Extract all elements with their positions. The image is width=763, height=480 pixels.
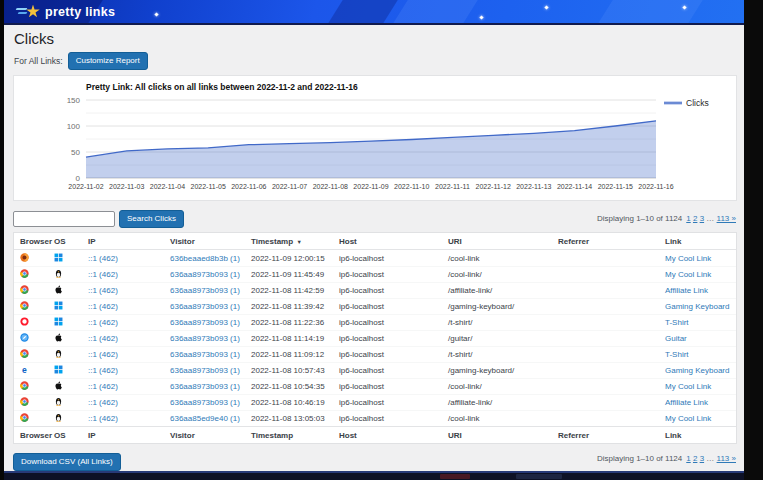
chrome-icon (20, 397, 29, 406)
column-header-link[interactable]: Link (665, 431, 736, 440)
host-cell: ip6-localhost (339, 254, 448, 263)
page-link-3[interactable]: 3 (700, 454, 704, 463)
table-row: ::1 (462)636aa8973b093 (1)2022-11-08 11:… (14, 346, 736, 362)
pretty-link[interactable]: Guitar (665, 334, 736, 343)
linux-cell (54, 349, 88, 360)
column-header-host[interactable]: Host (339, 431, 448, 440)
pretty-link[interactable]: My Cool Link (665, 254, 736, 263)
svg-text:2022-11-10: 2022-11-10 (394, 183, 429, 190)
column-header-referrer[interactable]: Referrer (558, 237, 665, 246)
download-row: Download CSV (All Links) (13, 450, 121, 471)
column-header-os[interactable]: OS (54, 237, 88, 246)
visitor-link[interactable]: 636aa8973b093 (1) (170, 350, 251, 359)
pagination-top: Displaying 1–10 of 1124 1 2 3 … 113 » (597, 214, 736, 223)
visitor-link[interactable]: 636aa8973b093 (1) (170, 318, 251, 327)
search-clicks-button[interactable]: Search Clicks (119, 210, 184, 228)
visitor-link[interactable]: 636aa8973b093 (1) (170, 382, 251, 391)
visitor-link[interactable]: 636aa8973b093 (1) (170, 398, 251, 407)
last-page-link[interactable]: 113 » (717, 214, 736, 223)
visitor-link[interactable]: 636aa8973b093 (1) (170, 366, 251, 375)
brand-name: pretty links (45, 5, 115, 19)
column-header-uri[interactable]: URI (448, 237, 558, 246)
ip-link[interactable]: ::1 (462) (88, 350, 170, 359)
column-header-timestamp[interactable]: Timestamp ▼ (251, 237, 339, 246)
visitor-link[interactable]: 636aa8973b093 (1) (170, 334, 251, 343)
ip-link[interactable]: ::1 (462) (88, 318, 170, 327)
pretty-links-logo[interactable]: pretty links (16, 3, 115, 20)
column-header-referrer[interactable]: Referrer (558, 431, 665, 440)
page-link-1[interactable]: 1 (686, 454, 690, 463)
windows-cell (54, 317, 88, 328)
timestamp-cell: 2022-11-08 10:46:19 (251, 398, 339, 407)
table-footer-row: BrowserOSIPVisitorTimestampHostURIReferr… (14, 426, 736, 443)
shooting-star-icon (16, 4, 40, 20)
pretty-links-admin-page: pretty links Clicks For All Links: Custo… (4, 0, 744, 480)
search-input[interactable] (13, 211, 115, 227)
apple-icon (54, 381, 63, 390)
table-header-row: BrowserOSIPVisitorTimestamp ▼HostURIRefe… (14, 233, 736, 250)
ip-link[interactable]: ::1 (462) (88, 270, 170, 279)
column-header-ip[interactable]: IP (88, 237, 170, 246)
timestamp-cell: 2022-11-08 10:57:43 (251, 366, 339, 375)
ip-link[interactable]: ::1 (462) (88, 414, 170, 423)
page-link-2[interactable]: 2 (693, 214, 697, 223)
pretty-link[interactable]: Gaming Keyboard (665, 302, 736, 311)
column-header-visitor[interactable]: Visitor (170, 237, 251, 246)
apple-cell (54, 333, 88, 344)
timestamp-cell: 2022-11-08 11:39:42 (251, 302, 339, 311)
ip-link[interactable]: ::1 (462) (88, 302, 170, 311)
ip-link[interactable]: ::1 (462) (88, 334, 170, 343)
visitor-link[interactable]: 636aa8973b093 (1) (170, 302, 251, 311)
column-header-uri[interactable]: URI (448, 431, 558, 440)
download-csv-button[interactable]: Download CSV (All Links) (13, 453, 121, 471)
pretty-link[interactable]: My Cool Link (665, 382, 736, 391)
visitor-link[interactable]: 636aa8973b093 (1) (170, 270, 251, 279)
svg-text:Clicks: Clicks (686, 98, 709, 108)
pretty-link[interactable]: T-Shirt (665, 350, 736, 359)
column-header-browser[interactable]: Browser (20, 431, 54, 440)
ip-link[interactable]: ::1 (462) (88, 366, 170, 375)
linux-cell (54, 397, 88, 408)
sparkle-icon (479, 15, 483, 19)
visitor-link[interactable]: 636aa8973b093 (1) (170, 286, 251, 295)
column-header-timestamp[interactable]: Timestamp (251, 431, 339, 440)
column-header-link[interactable]: Link (665, 237, 736, 246)
svg-text:2022-11-07: 2022-11-07 (272, 183, 307, 190)
bottom-bar-highlight (4, 471, 744, 473)
windows-icon (54, 365, 63, 374)
pretty-link[interactable]: My Cool Link (665, 414, 736, 423)
visitor-link[interactable]: 636beaaed8b3b (1) (170, 254, 251, 263)
page-link-2[interactable]: 2 (693, 454, 697, 463)
windows-cell (54, 253, 88, 264)
customize-report-button[interactable]: Customize Report (68, 52, 148, 70)
uri-cell: /cool-link (448, 414, 558, 423)
ip-link[interactable]: ::1 (462) (88, 286, 170, 295)
ip-link[interactable]: ::1 (462) (88, 382, 170, 391)
table-row: ::1 (462)636aa8973b093 (1)2022-11-08 11:… (14, 298, 736, 314)
page-link-3[interactable]: 3 (700, 214, 704, 223)
host-cell: ip6-localhost (339, 382, 448, 391)
column-header-os[interactable]: OS (54, 431, 88, 440)
chrome-icon (20, 413, 29, 422)
ip-link[interactable]: ::1 (462) (88, 398, 170, 407)
header-stripe (592, 0, 707, 23)
uri-cell: /t-shirt/ (448, 318, 558, 327)
column-header-visitor[interactable]: Visitor (170, 431, 251, 440)
visitor-link[interactable]: 636aa85ed9e40 (1) (170, 414, 251, 423)
header-stripe (322, 0, 402, 23)
column-header-host[interactable]: Host (339, 237, 448, 246)
table-row: ::1 (462)636aa8973b093 (1)2022-11-09 11:… (14, 266, 736, 282)
timestamp-cell: 2022-11-08 10:54:35 (251, 382, 339, 391)
page-link-1[interactable]: 1 (686, 214, 690, 223)
pretty-link[interactable]: Affiliate Link (665, 398, 736, 407)
pretty-link[interactable]: Gaming Keyboard (665, 366, 736, 375)
clicks-area-chart: 0501001502022-11-022022-11-032022-11-042… (14, 76, 738, 202)
last-page-link[interactable]: 113 » (717, 454, 736, 463)
uri-cell: /cool-link (448, 254, 558, 263)
column-header-browser[interactable]: Browser (20, 237, 54, 246)
pretty-link[interactable]: Affiliate Link (665, 286, 736, 295)
column-header-ip[interactable]: IP (88, 431, 170, 440)
pretty-link[interactable]: T-Shirt (665, 318, 736, 327)
ip-link[interactable]: ::1 (462) (88, 254, 170, 263)
pretty-link[interactable]: My Cool Link (665, 270, 736, 279)
